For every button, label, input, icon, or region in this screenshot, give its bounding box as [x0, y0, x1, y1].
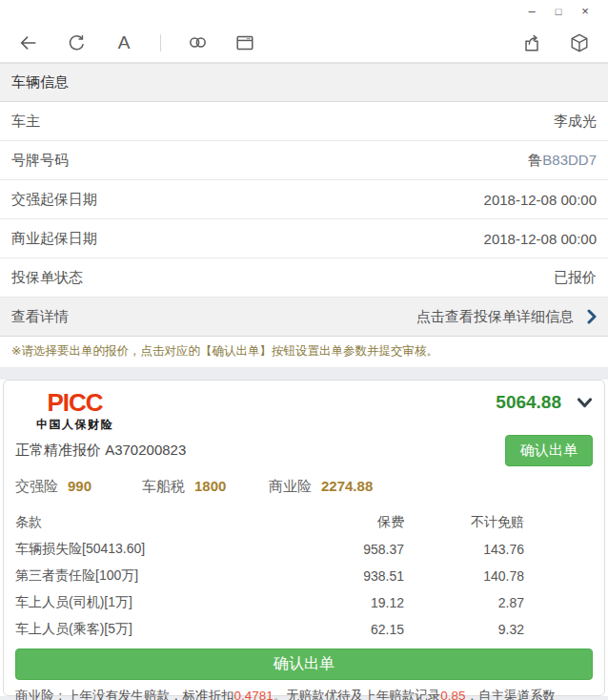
quote-card-header: PICC 中国人保财险 5064.88 [15, 390, 593, 433]
clause-name: 车上人员(司机)[1万] [15, 594, 292, 611]
clause-premium: 938.51 [292, 568, 404, 584]
vehicle-tax-value: 1800 [194, 478, 226, 494]
col-deductible-header: 不计免赔 [404, 514, 524, 531]
package-cube-icon[interactable] [568, 31, 591, 54]
clause-name: 车辆损失险[50413.60] [15, 541, 292, 558]
row-policy-status-value: 已报价 [554, 269, 597, 287]
commercial-premium-value: 2274.88 [321, 478, 373, 494]
picc-logo-text: PICC [47, 390, 102, 415]
font-size-button[interactable]: A [112, 31, 135, 54]
maximize-button[interactable]: □ [545, 0, 572, 23]
quote-title-row: 正常精准报价 A370200823 确认出单 [15, 435, 593, 466]
vehicle-tax: 车船税 1800 [142, 478, 269, 496]
message-segment-ncd: 0.85 [440, 689, 465, 700]
link-icon[interactable] [186, 31, 209, 54]
row-compulsory-date-label: 交强起保日期 [11, 191, 97, 209]
row-plate-label: 号牌号码 [11, 152, 69, 170]
row-owner: 车主 李成光 [0, 102, 608, 141]
toolbar-left-group: A [17, 31, 256, 54]
clause-deductible: 2.87 [404, 595, 524, 610]
row-owner-label: 车主 [11, 113, 40, 131]
total-premium: 5064.88 [496, 392, 561, 413]
commercial-premium: 商业险 2274.88 [269, 478, 373, 496]
compulsory-premium-value: 990 [68, 478, 91, 494]
clause-premium: 958.37 [292, 542, 404, 557]
compulsory-premium: 交强险 990 [15, 478, 142, 496]
row-commercial-start-date: 商业起保日期 2018-12-08 00:00 [0, 219, 608, 258]
clause-name: 车上人员(乘客)[5万] [15, 621, 292, 638]
table-row-third-party: 第三者责任险[100万] 938.51 140.78 [15, 563, 593, 589]
confirm-issue-button-large[interactable]: 确认出单 [15, 649, 593, 680]
section-title-vehicle-info: 车辆信息 [0, 63, 608, 102]
clause-premium: 62.15 [292, 622, 404, 637]
row-commercial-date-value: 2018-12-08 00:00 [484, 231, 597, 247]
clause-deductible: 143.76 [404, 542, 524, 557]
table-row-driver: 车上人员(司机)[1万] 19.12 2.87 [15, 589, 593, 616]
back-arrow-icon[interactable] [17, 31, 40, 54]
toolbar-right-group [520, 31, 591, 54]
refresh-icon[interactable] [65, 31, 88, 54]
row-compulsory-start-date: 交强起保日期 2018-12-08 00:00 [0, 180, 608, 219]
view-details-value: 点击查看投保单详细信息 [416, 308, 574, 326]
picc-logo-subtext: 中国人保财险 [36, 417, 113, 433]
selection-notice: ※请选择要出单的报价，点击对应的【确认出单】按钮设置出单参数并提交审核。 [0, 337, 608, 368]
chevron-right-icon [585, 309, 598, 324]
quote-card: PICC 中国人保财险 5064.88 正常精准报价 A370200823 确认… [3, 380, 605, 696]
message-segment-discount: 0.4781 [234, 689, 274, 700]
plate-latin: B83DD7 [542, 152, 597, 168]
picc-logo: PICC 中国人保财险 [36, 390, 113, 433]
confirm-issue-button-small[interactable]: 确认出单 [505, 435, 593, 466]
clause-deductible: 140.78 [404, 568, 524, 584]
row-plate-number: 号牌号码 鲁B83DD7 [0, 141, 608, 180]
row-policy-status: 投保单状态 已报价 [0, 258, 608, 298]
row-plate-value: 鲁B83DD7 [528, 152, 597, 170]
browser-window-icon[interactable] [233, 31, 256, 54]
plate-prefix: 鲁 [528, 152, 542, 168]
coverage-table-header: 条款 保费 不计免赔 [15, 509, 593, 536]
share-icon[interactable] [520, 31, 543, 54]
col-premium-header: 保费 [292, 514, 404, 531]
toolbar-divider [160, 34, 161, 51]
view-details-row[interactable]: 查看详情 点击查看投保单详细信息 [0, 298, 608, 337]
message-segment: 商业险：上年没有发生赔款，标准折扣 [15, 689, 234, 700]
total-premium-group: 5064.88 [496, 392, 593, 413]
clause-name: 第三者责任险[100万] [15, 567, 292, 585]
quote-message: 商业险：上年没有发生赔款，标准折扣0.4781。无赔款优待及上年赔款记录0.85… [15, 688, 593, 700]
minimize-button[interactable]: – [518, 0, 545, 23]
row-commercial-date-label: 商业起保日期 [11, 230, 97, 248]
table-row-vehicle-damage: 车辆损失险[50413.60] 958.37 143.76 [15, 536, 593, 563]
close-button[interactable]: × [572, 0, 598, 23]
table-row-passenger: 车上人员(乘客)[5万] 62.15 9.32 [15, 616, 593, 643]
window-titlebar: – □ × [0, 0, 608, 23]
row-policy-status-label: 投保单状态 [11, 269, 83, 287]
premium-summary: 交强险 990 车船税 1800 商业险 2274.88 [15, 478, 593, 496]
message-segment: ，自主渠道系数 [466, 689, 557, 700]
view-details-label: 查看详情 [11, 308, 69, 326]
commercial-premium-label: 商业险 [269, 478, 312, 496]
message-segment: 。无赔款优待及上年赔款记录 [274, 689, 441, 700]
quote-title: 正常精准报价 A370200823 [15, 442, 186, 460]
col-clause-header: 条款 [15, 514, 292, 531]
toolbar: A [0, 23, 608, 63]
clause-premium: 19.12 [292, 595, 404, 610]
vehicle-tax-label: 车船税 [142, 478, 185, 496]
spacer [0, 368, 608, 380]
coverage-table: 条款 保费 不计免赔 车辆损失险[50413.60] 958.37 143.76… [15, 509, 593, 643]
clause-deductible: 9.32 [404, 622, 524, 637]
chevron-down-icon[interactable] [577, 397, 593, 409]
row-owner-value: 李成光 [554, 113, 597, 131]
compulsory-premium-label: 交强险 [15, 478, 58, 496]
row-compulsory-date-value: 2018-12-08 00:00 [484, 192, 597, 208]
